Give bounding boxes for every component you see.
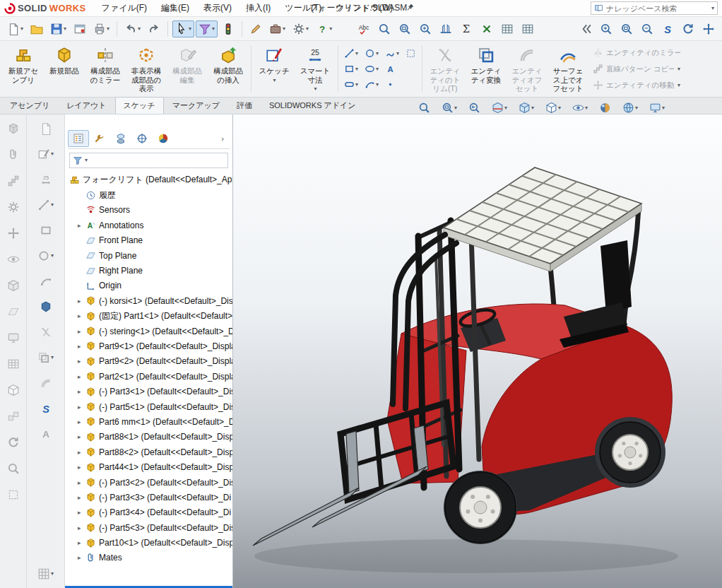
offset-on-surface-button[interactable]: サーフェス上でオフセット	[548, 42, 588, 95]
tree-root-item[interactable]: フォークリフト (Default<<Default>_Appeara	[68, 172, 232, 187]
dropdown-arrow-icon[interactable]: ▾	[711, 6, 714, 11]
tree-item[interactable]: Origin	[68, 278, 232, 293]
selection-box-button[interactable]	[403, 47, 418, 60]
search-input[interactable]	[606, 4, 708, 13]
equations-button[interactable]: Σ	[457, 20, 475, 37]
zoom-fit-button[interactable]	[415, 100, 433, 116]
knowledge-base-search[interactable]: ▾	[591, 1, 718, 15]
print-button[interactable]: ▾	[90, 20, 112, 37]
ellipse-button[interactable]: ▾	[362, 62, 381, 76]
hide-show-items-button[interactable]: ▾	[569, 100, 591, 116]
configurationmanager-tab-button[interactable]	[110, 130, 131, 147]
corner-rectangle-button[interactable]: ▾	[342, 62, 360, 76]
new-part-button[interactable]: 新規部品	[44, 42, 85, 95]
options-button[interactable]: ▾	[290, 20, 312, 37]
menu-edit[interactable]: 編集(E)	[154, 0, 196, 17]
mirror-components-button[interactable]: 構成部品のミラー	[85, 42, 126, 95]
trim-entities-button[interactable]: エンティティのトリム(T)	[425, 42, 466, 95]
tab-sketch[interactable]: スケッチ	[115, 97, 164, 114]
isolate-tool-button[interactable]	[4, 486, 23, 503]
spell-check-button[interactable]: Abc	[355, 20, 373, 37]
menu-insert[interactable]: 挿入(I)	[239, 0, 278, 17]
snapshot-tool-button[interactable]	[4, 460, 23, 477]
sketch-button[interactable]: スケッチ▾	[254, 42, 295, 95]
tab-markup[interactable]: マークアップ	[164, 97, 228, 114]
section-view-button[interactable]: ▾	[489, 100, 510, 116]
rear-wheel[interactable]	[600, 422, 661, 483]
mate-tool-button[interactable]	[4, 146, 23, 163]
insert-components-tool-button[interactable]	[4, 120, 23, 137]
arc-tool-button[interactable]	[37, 273, 55, 290]
tree-item[interactable]: ▸Part10<1> (Default<<Default>_Disp	[68, 535, 232, 550]
tree-item[interactable]: ▸(-) Part3<4> (Default<<Default>_Di	[68, 505, 232, 520]
tree-item[interactable]: ▸Part44<1> (Default<<Default>_Disp	[68, 459, 232, 474]
tree-item[interactable]: ▸(-) stering<1> (Default<<Default>_D	[68, 324, 232, 339]
sketch-text-button[interactable]: A	[383, 62, 398, 76]
design-library-button[interactable]: ▾	[266, 20, 288, 37]
tree-item[interactable]: Front Plane	[68, 233, 232, 248]
dropdown-arrow-icon[interactable]: ▾	[85, 158, 88, 163]
search-commands-button[interactable]	[375, 20, 393, 37]
interference-tool-button[interactable]	[4, 408, 23, 425]
tab-assembly[interactable]: アセンブリ	[1, 97, 58, 114]
filter-input[interactable]	[89, 156, 225, 165]
motion-study-tool-button[interactable]	[4, 329, 23, 346]
tree-item[interactable]: ▸Part9<2> (Default<<Default>_Displa	[68, 354, 232, 369]
offset-tool-button[interactable]	[37, 375, 55, 392]
tree-item[interactable]: ▸Part88<1> (Default<<Default>_Disp	[68, 430, 232, 445]
tab-evaluate[interactable]: 評価	[228, 97, 261, 114]
tree-item[interactable]: ▸(-) Part5<3> (Default<<Default>_Dis	[68, 520, 232, 535]
circle-tool-button[interactable]: ▾	[35, 247, 57, 264]
instant2d-tool-button[interactable]	[37, 298, 55, 315]
sketch-tool-button[interactable]: ▾	[35, 146, 57, 163]
tree-item[interactable]: ▸Part88<2> (Default<<Default>_Disp	[68, 445, 232, 459]
interference-check-button[interactable]	[219, 20, 237, 37]
convert-tool-button[interactable]: ▾	[35, 349, 57, 366]
fasteners-tool-button[interactable]	[4, 199, 23, 216]
select-button[interactable]: ▾	[172, 20, 194, 37]
tree-item[interactable]: ▸(-) Part3<3> (Default<<Default>_Di	[68, 490, 232, 505]
panel-expand-button[interactable]: ›	[215, 134, 230, 143]
edit-sketch-button[interactable]	[247, 20, 265, 37]
spline-button[interactable]: ▾	[383, 47, 401, 60]
bom-tool-button[interactable]	[4, 355, 23, 372]
straight-slot-button[interactable]: ▾	[342, 78, 360, 91]
tree-item[interactable]: 履歴	[68, 187, 232, 202]
assembly-features-tool-button[interactable]	[4, 277, 23, 294]
insert-components-button[interactable]: 構成部品の挿入	[208, 42, 249, 95]
displaymanager-tab-button[interactable]	[153, 130, 174, 147]
tree-item[interactable]: ▸(固定) Part1<1> (Default<<Default>	[68, 309, 232, 324]
text-tool-button[interactable]: A	[37, 425, 55, 442]
refresh-view-button[interactable]	[679, 20, 697, 37]
tree-item[interactable]: ▸(-) Part3<2> (Default<<Default>_Dis	[68, 475, 232, 490]
mirror-entities-button[interactable]: エンティティのミラー	[590, 46, 683, 59]
smart-dimension-button[interactable]: 25スマート寸法▾	[295, 42, 336, 95]
dimxpertmanager-tab-button[interactable]	[131, 130, 153, 147]
tree-item[interactable]: ▸Part6 mm<1> (Default<<Default>_D	[68, 414, 232, 429]
line-tool-button[interactable]: ▾	[35, 196, 57, 213]
reference-geometry-tool-button[interactable]	[4, 303, 23, 320]
design-table-button[interactable]	[519, 20, 537, 37]
exploded-view-tool-button[interactable]	[4, 382, 23, 399]
publish-edrawings-button[interactable]	[71, 20, 89, 37]
zoom-area-tool-button[interactable]	[617, 20, 636, 37]
menu-file[interactable]: ファイル(F)	[95, 0, 154, 17]
propertymanager-tab-button[interactable]	[89, 130, 110, 147]
document-tool-button[interactable]	[37, 120, 55, 137]
previous-view-button[interactable]	[466, 100, 483, 116]
zoom-area-button[interactable]: ▾	[439, 100, 460, 116]
save-button[interactable]: ▾	[47, 20, 69, 37]
tree-item[interactable]: ▸Mates	[68, 551, 232, 565]
tree-item[interactable]: ▸(-) Part5<1> (Default<<Default>_Dis	[68, 399, 232, 414]
forklift-model[interactable]	[233, 114, 722, 588]
zoom-in-tool-button[interactable]	[597, 20, 615, 37]
rectangle-tool-button[interactable]	[37, 222, 55, 239]
tab-layout[interactable]: レイアウト	[58, 97, 114, 114]
centerpoint-arc-button[interactable]: ▾	[362, 78, 381, 91]
zoom-to-selection-button[interactable]	[396, 20, 414, 37]
offset-entities-button[interactable]: エンティティオフセット	[507, 42, 548, 95]
menu-view[interactable]: 表示(V)	[196, 0, 239, 17]
open-document-button[interactable]	[28, 20, 46, 37]
new-document-button[interactable]: ▾	[4, 20, 26, 37]
new-assembly-button[interactable]: 新規アセンブリ	[3, 42, 44, 95]
